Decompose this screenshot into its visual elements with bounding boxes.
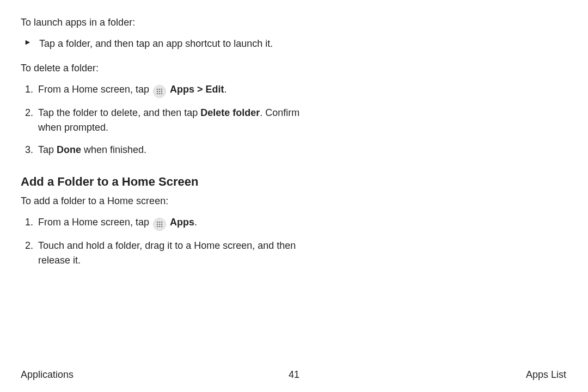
svg-point-11 bbox=[161, 222, 163, 223]
svg-point-4 bbox=[159, 91, 161, 93]
svg-point-17 bbox=[161, 226, 163, 228]
list-item: From a Home screen, tap Apps. bbox=[36, 215, 319, 231]
text: when finished. bbox=[81, 144, 146, 155]
footer-left: Applications bbox=[21, 367, 74, 382]
svg-point-8 bbox=[161, 93, 163, 95]
edit-label: Edit bbox=[206, 84, 224, 95]
add-intro: To add a folder to a Home screen: bbox=[21, 194, 304, 209]
delete-folder-label: Delete folder bbox=[200, 107, 260, 118]
text: From a Home screen, tap bbox=[38, 217, 152, 228]
svg-point-7 bbox=[159, 93, 161, 95]
svg-point-16 bbox=[159, 226, 161, 228]
svg-point-5 bbox=[161, 91, 163, 93]
text: Tap bbox=[38, 144, 57, 155]
delete-intro: To delete a folder: bbox=[21, 61, 304, 76]
list-item: From a Home screen, tap Apps > Edit. bbox=[36, 82, 319, 98]
list-item: Tap the folder to delete, and then tap D… bbox=[36, 106, 319, 135]
launch-intro: To launch apps in a folder: bbox=[21, 15, 304, 30]
svg-point-1 bbox=[159, 89, 161, 90]
page-number: 41 bbox=[289, 367, 299, 382]
text: . bbox=[194, 217, 197, 228]
apps-icon bbox=[153, 85, 166, 98]
svg-point-14 bbox=[161, 224, 163, 225]
list-item: Tap Done when finished. bbox=[36, 143, 319, 157]
add-folder-heading: Add a Folder to a Home Screen bbox=[21, 173, 566, 191]
svg-point-0 bbox=[157, 89, 158, 90]
list-item: Tap a folder, and then tap an app shortc… bbox=[36, 36, 319, 51]
apps-icon bbox=[153, 218, 166, 231]
svg-point-2 bbox=[161, 89, 163, 90]
text: From a Home screen, tap bbox=[38, 84, 152, 95]
svg-point-9 bbox=[157, 222, 158, 223]
list-item: Touch and hold a folder, drag it to a Ho… bbox=[36, 238, 319, 268]
document-page: To launch apps in a folder: Tap a folder… bbox=[0, 0, 588, 392]
svg-point-10 bbox=[159, 222, 161, 223]
apps-label: Apps bbox=[170, 84, 194, 95]
svg-point-12 bbox=[157, 224, 158, 225]
add-steps: From a Home screen, tap Apps. Touch and … bbox=[21, 215, 319, 268]
text: . bbox=[224, 84, 227, 95]
footer-right: Apps List bbox=[526, 367, 566, 382]
svg-point-3 bbox=[157, 91, 158, 93]
svg-point-13 bbox=[159, 224, 161, 225]
done-label: Done bbox=[57, 144, 81, 155]
page-footer: Applications 41 Apps List bbox=[0, 367, 588, 382]
svg-point-15 bbox=[157, 226, 158, 228]
launch-list: Tap a folder, and then tap an app shortc… bbox=[21, 36, 319, 51]
text: Tap the folder to delete, and then tap bbox=[38, 107, 200, 118]
separator: > bbox=[194, 84, 206, 95]
delete-steps: From a Home screen, tap Apps > Edit. Tap… bbox=[21, 82, 319, 157]
apps-label: Apps bbox=[170, 217, 194, 228]
svg-point-6 bbox=[157, 93, 158, 95]
